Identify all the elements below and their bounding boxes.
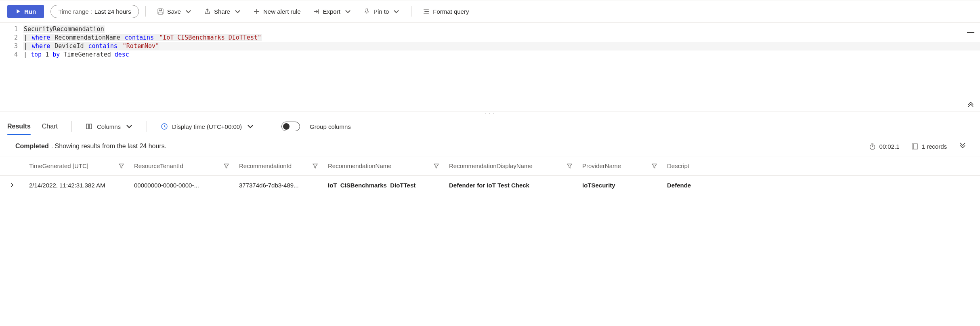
export-label: Export bbox=[323, 8, 340, 15]
query-duration: 00:02.1 bbox=[869, 143, 899, 150]
col-recommendationname[interactable]: RecommendationName bbox=[323, 162, 444, 169]
columns-label: Columns bbox=[97, 123, 121, 130]
stopwatch-icon bbox=[869, 143, 876, 150]
collapse-editor-icon[interactable] bbox=[966, 30, 975, 36]
code-area[interactable]: SecurityRecommendation| where Recommenda… bbox=[23, 25, 980, 111]
run-button-label: Run bbox=[24, 8, 36, 15]
filter-icon[interactable] bbox=[567, 163, 573, 169]
scroll-to-top-icon[interactable] bbox=[967, 101, 974, 108]
time-range-label: Time range : bbox=[58, 8, 92, 15]
col-desc-label: Descript bbox=[667, 162, 689, 169]
tab-chart[interactable]: Chart bbox=[42, 118, 58, 135]
filter-icon[interactable] bbox=[118, 163, 124, 169]
group-columns-toggle[interactable] bbox=[281, 122, 300, 131]
svg-rect-7 bbox=[912, 144, 917, 149]
record-count: 1 records bbox=[911, 143, 947, 150]
plus-icon bbox=[253, 8, 260, 15]
svg-rect-1 bbox=[159, 9, 162, 11]
col-recname-label: RecommendationName bbox=[328, 162, 392, 169]
status-bar: Completed . Showing results from the las… bbox=[0, 137, 980, 156]
cell-recommendationid: 377374d6-7db3-489... bbox=[234, 182, 323, 189]
col-providername[interactable]: ProviderName bbox=[577, 162, 662, 169]
toolbar-divider bbox=[145, 6, 146, 17]
pin-icon bbox=[363, 8, 370, 15]
format-query-button[interactable]: Format query bbox=[418, 6, 474, 17]
chevron-down-icon bbox=[126, 123, 133, 130]
row-expand-chevron[interactable] bbox=[0, 182, 24, 189]
toggle-knob bbox=[283, 123, 290, 130]
col-recdisp-label: RecommendationDisplayName bbox=[449, 162, 533, 169]
cell-resourcetenantid: 00000000-0000-0000-... bbox=[129, 182, 234, 189]
results-grid: TimeGenerated [UTC] ResourceTenantId Rec… bbox=[0, 156, 980, 195]
new-alert-label: New alert rule bbox=[263, 8, 301, 15]
cell-providername: IoTSecurity bbox=[577, 182, 662, 189]
export-button[interactable]: Export bbox=[308, 6, 356, 17]
grid-header-row: TimeGenerated [UTC] ResourceTenantId Rec… bbox=[0, 156, 980, 176]
records-value: 1 records bbox=[921, 143, 947, 150]
clock-icon bbox=[161, 123, 168, 130]
col-recommendationid[interactable]: RecommendationId bbox=[234, 162, 323, 169]
new-alert-rule-button[interactable]: New alert rule bbox=[248, 6, 306, 17]
format-query-label: Format query bbox=[433, 8, 469, 15]
col-timegenerated-label: TimeGenerated [UTC] bbox=[29, 162, 88, 169]
filter-icon[interactable] bbox=[433, 163, 439, 169]
pin-to-button[interactable]: Pin to bbox=[359, 6, 405, 17]
save-button[interactable]: Save bbox=[152, 6, 197, 17]
cell-timegenerated: 2/14/2022, 11:42:31.382 AM bbox=[24, 182, 129, 189]
col-description[interactable]: Descript bbox=[662, 162, 703, 169]
display-time-label: Display time (UTC+00:00) bbox=[172, 123, 242, 130]
result-tabs: Results Chart bbox=[7, 118, 58, 135]
query-editor-wrap: 1234 SecurityRecommendation| where Recom… bbox=[0, 23, 980, 111]
col-provider-label: ProviderName bbox=[582, 162, 621, 169]
chevron-down-icon bbox=[344, 8, 351, 15]
filter-icon[interactable] bbox=[651, 163, 657, 169]
results-divider bbox=[147, 121, 147, 132]
tab-results[interactable]: Results bbox=[7, 118, 31, 135]
svg-rect-2 bbox=[159, 12, 162, 14]
col-recommendationdisplayname[interactable]: RecommendationDisplayName bbox=[444, 162, 577, 169]
cell-description: Defende bbox=[662, 182, 703, 189]
export-icon bbox=[313, 8, 320, 15]
columns-icon bbox=[86, 123, 93, 130]
save-icon bbox=[157, 8, 164, 15]
results-divider bbox=[71, 121, 72, 132]
share-button[interactable]: Share bbox=[199, 6, 246, 17]
chevron-down-icon bbox=[185, 8, 192, 15]
group-columns-label: Group columns bbox=[310, 123, 351, 130]
share-icon bbox=[204, 8, 211, 15]
records-icon bbox=[911, 143, 918, 150]
display-time-button[interactable]: Display time (UTC+00:00) bbox=[161, 123, 254, 130]
chevron-down-icon bbox=[393, 8, 400, 15]
toolbar-divider bbox=[411, 6, 411, 17]
cell-recommendationname: IoT_CISBenchmarks_DIoTTest bbox=[323, 182, 444, 189]
columns-button[interactable]: Columns bbox=[86, 123, 133, 130]
query-editor[interactable]: 1234 SecurityRecommendation| where Recom… bbox=[0, 23, 980, 111]
horizontal-splitter[interactable]: . . . bbox=[0, 111, 980, 116]
time-range-picker[interactable]: Time range : Last 24 hours bbox=[50, 5, 139, 18]
status-completed: Completed bbox=[15, 143, 49, 150]
svg-rect-3 bbox=[86, 124, 88, 129]
filter-icon[interactable] bbox=[312, 163, 318, 169]
svg-rect-4 bbox=[90, 124, 92, 129]
expand-all-icon[interactable] bbox=[959, 142, 966, 150]
share-label: Share bbox=[214, 8, 230, 15]
duration-value: 00:02.1 bbox=[879, 143, 899, 150]
col-resourcetenantid[interactable]: ResourceTenantId bbox=[129, 162, 234, 169]
pin-to-label: Pin to bbox=[374, 8, 389, 15]
play-icon bbox=[15, 8, 21, 14]
cell-recommendationdisplayname: Defender for IoT Test Check bbox=[444, 182, 577, 189]
run-button[interactable]: Run bbox=[7, 5, 44, 18]
save-label: Save bbox=[167, 8, 181, 15]
chevron-down-icon bbox=[247, 123, 254, 130]
filter-icon[interactable] bbox=[223, 163, 229, 169]
col-timegenerated[interactable]: TimeGenerated [UTC] bbox=[24, 162, 129, 169]
status-showing: . Showing results from the last 24 hours… bbox=[51, 143, 166, 150]
query-toolbar: Run Time range : Last 24 hours Save Shar… bbox=[0, 0, 980, 23]
results-toolbar: Results Chart Columns Display time (UTC+… bbox=[0, 116, 980, 137]
chevron-down-icon bbox=[234, 8, 241, 15]
line-number-gutter: 1234 bbox=[0, 25, 23, 111]
col-recid-label: RecommendationId bbox=[239, 162, 292, 169]
col-tenant-label: ResourceTenantId bbox=[134, 162, 183, 169]
table-row[interactable]: 2/14/2022, 11:42:31.382 AM00000000-0000-… bbox=[0, 176, 980, 195]
format-icon bbox=[423, 8, 430, 15]
